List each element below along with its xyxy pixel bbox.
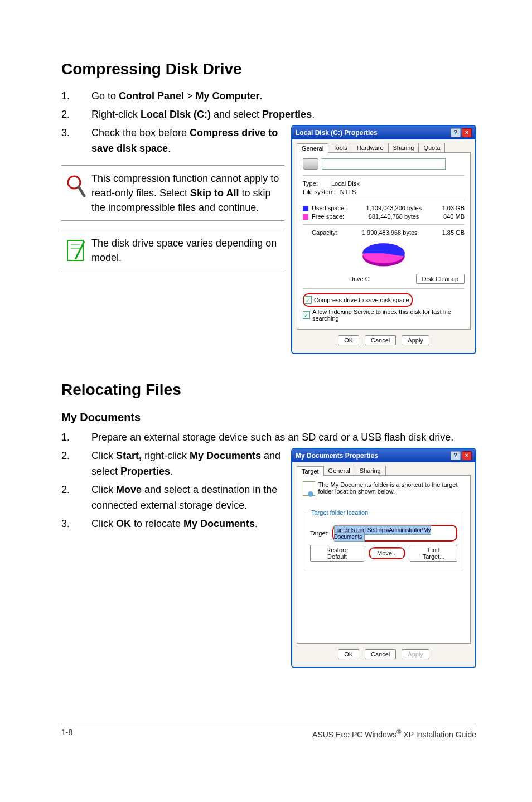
callout-compression-note: This compression function cannot apply t… xyxy=(61,165,284,221)
num: 2. xyxy=(61,482,91,513)
num: 3. xyxy=(61,516,91,532)
move-button[interactable]: Move... xyxy=(371,548,403,558)
tab-general[interactable]: General xyxy=(323,466,355,475)
t: Move xyxy=(116,484,142,495)
cancel-button[interactable]: Cancel xyxy=(365,649,396,659)
step-2: 2. Right-click Local Disk (C:) and selec… xyxy=(61,107,476,122)
footer-title: ASUS Eee PC Windows® XP Installation Gui… xyxy=(312,728,476,739)
apply-button[interactable]: Apply xyxy=(402,335,429,345)
note-icon xyxy=(65,238,88,266)
t: right-click xyxy=(144,450,190,461)
l: Allow Indexing Service to index this dis… xyxy=(312,308,465,322)
v: NTFS xyxy=(340,189,465,195)
restore-default-button[interactable]: Restore Default xyxy=(310,545,364,562)
t: My Computer xyxy=(196,90,260,102)
step-3: 3. Check the box before Compress drive t… xyxy=(61,125,284,156)
t: Prepare an external storage device such … xyxy=(91,429,476,445)
t: My Documents xyxy=(183,518,255,529)
help-icon[interactable]: ? xyxy=(451,451,461,460)
t: Click xyxy=(91,484,116,495)
indexing-service-checkbox[interactable]: ✓Allow Indexing Service to index this di… xyxy=(303,308,465,322)
reloc-step-1: 1. Prepare an external storage device su… xyxy=(61,429,476,445)
t: Start, xyxy=(116,450,144,461)
l: Free space: xyxy=(312,213,344,220)
v: 881,440,768 bytes xyxy=(369,213,419,220)
t: . xyxy=(170,466,173,477)
page-number: 1-8 xyxy=(61,728,72,739)
t: Click xyxy=(91,450,116,461)
ok-button[interactable]: OK xyxy=(338,335,359,345)
t: ASUS Eee PC Windows xyxy=(312,730,396,739)
intro-text: The My Documents folder is a shortcut to… xyxy=(318,481,465,496)
v: 840 MB xyxy=(443,213,465,220)
tab-quota[interactable]: Quota xyxy=(418,143,445,152)
annotation-circle: ✓Compress drive to save disk space xyxy=(303,293,413,307)
l: Compress drive to save disk space xyxy=(314,297,409,303)
dialog-title: Local Disk (C:) Properties xyxy=(296,129,378,137)
tab-tools[interactable]: Tools xyxy=(328,143,352,152)
t: . xyxy=(255,518,258,529)
l: Type: xyxy=(303,180,318,187)
volume-label-input[interactable] xyxy=(322,158,446,170)
t: Properties xyxy=(120,466,170,477)
v: 1.85 GB xyxy=(442,229,465,236)
num: 2. xyxy=(61,448,91,479)
t: > xyxy=(184,90,196,102)
callout-space-note: The disk drive space varies depending on… xyxy=(61,230,284,272)
step-1: 1. Go to Control Panel > My Computer. xyxy=(61,88,476,104)
heading-compressing: Compressing Disk Drive xyxy=(61,60,476,78)
t: to relocate xyxy=(131,518,183,529)
l: File system: xyxy=(303,189,336,195)
group-label: Target folder location xyxy=(310,509,369,516)
used-space-swatch xyxy=(303,206,308,211)
drive-label: Drive C xyxy=(349,276,370,282)
t: Right-click xyxy=(91,109,141,120)
t: . xyxy=(168,143,171,154)
t: Skip to All xyxy=(190,187,241,199)
tab-sharing[interactable]: Sharing xyxy=(355,466,386,475)
subheading-my-documents: My Documents xyxy=(61,411,476,424)
dialog-title: My Documents Properties xyxy=(296,452,378,460)
v: Local Disk xyxy=(331,180,465,187)
target-input[interactable]: uments and Settings\Administrator\My Doc… xyxy=(334,525,431,542)
t: and select xyxy=(211,109,262,120)
svg-line-1 xyxy=(79,187,84,196)
cancel-button[interactable]: Cancel xyxy=(365,335,396,345)
heading-relocating: Relocating Files xyxy=(61,381,476,399)
t: Click xyxy=(91,518,116,529)
l: Capacity: xyxy=(312,229,337,236)
tab-hardware[interactable]: Hardware xyxy=(352,143,389,152)
tab-general[interactable]: General xyxy=(297,143,328,153)
close-icon[interactable]: × xyxy=(462,128,472,137)
l: Used space: xyxy=(312,205,346,211)
free-space-swatch xyxy=(303,214,308,220)
reloc-step-2b: 2. Click Move and select a destination i… xyxy=(61,482,284,513)
svg-rect-2 xyxy=(67,240,83,260)
magnifier-icon xyxy=(65,173,88,201)
t: XP Installation Guide xyxy=(402,730,476,739)
help-icon[interactable]: ? xyxy=(451,128,461,137)
drive-icon xyxy=(303,158,318,170)
t: Local Disk (C:) xyxy=(141,109,211,120)
close-icon[interactable]: × xyxy=(462,451,472,460)
num: 2. xyxy=(61,107,91,122)
t: . xyxy=(312,109,315,120)
local-disk-properties-dialog: Local Disk (C:) Properties ? × General T… xyxy=(291,125,476,354)
my-documents-properties-dialog: My Documents Properties ? × Target Gener… xyxy=(291,448,476,668)
t: Properties xyxy=(262,109,312,120)
compress-drive-checkbox[interactable]: ✓Compress drive to save disk space xyxy=(304,296,409,304)
page-footer: 1-8 ASUS Eee PC Windows® XP Installation… xyxy=(61,724,476,739)
disk-cleanup-button[interactable]: Disk Cleanup xyxy=(416,274,465,284)
v: 1,109,043,200 bytes xyxy=(366,205,422,211)
annotation-circle: Move... xyxy=(369,547,405,559)
num: 1. xyxy=(61,429,91,445)
tab-sharing[interactable]: Sharing xyxy=(388,143,419,152)
t: ® xyxy=(396,728,402,735)
t: Check the box before xyxy=(91,127,190,138)
ok-button[interactable]: OK xyxy=(338,649,359,659)
find-target-button[interactable]: Find Target... xyxy=(410,545,457,562)
tab-target[interactable]: Target xyxy=(297,466,324,476)
t: . xyxy=(260,90,263,102)
v: 1,990,483,968 bytes xyxy=(362,229,418,236)
pie-chart xyxy=(359,239,409,273)
